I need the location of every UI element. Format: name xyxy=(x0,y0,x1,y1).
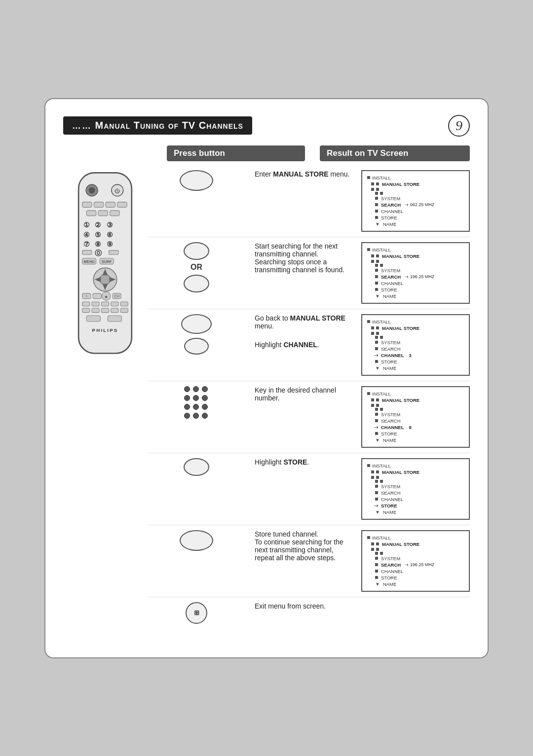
main-content: ⏻ ① ② ③ ④ ⑤ ⑥ ⑦ ⑧ ⑨ xyxy=(63,165,470,642)
step-3-result: INSTALL MANUAL STORE SYSTEM SEARCH ⇢CHAN… xyxy=(361,314,470,376)
manual-page: …… Manual Tuning of TV Channels 9 Press … xyxy=(44,98,489,658)
svg-text:PHILIPS: PHILIPS xyxy=(92,327,118,333)
ok-confirm-oval[interactable] xyxy=(180,530,213,551)
tv-screen-3: INSTALL MANUAL STORE SYSTEM SEARCH ⇢CHAN… xyxy=(361,314,470,376)
page-number: 9 xyxy=(448,115,470,137)
keypad-button[interactable] xyxy=(184,386,209,420)
svg-rect-42 xyxy=(92,302,99,306)
svg-text:⑥: ⑥ xyxy=(107,230,113,238)
svg-rect-41 xyxy=(82,302,90,306)
svg-text:MENU: MENU xyxy=(84,259,95,264)
or-label: OR xyxy=(190,263,202,272)
step-1: Enter MANUAL STORE menu. INSTALL MANUAL … xyxy=(147,165,470,237)
svg-text:⏻: ⏻ xyxy=(114,188,120,194)
svg-rect-6 xyxy=(94,202,103,207)
svg-text:SURF: SURF xyxy=(102,259,112,264)
svg-rect-44 xyxy=(111,302,118,306)
svg-text:④: ④ xyxy=(83,230,90,238)
step-1-description: Enter MANUAL STORE menu. xyxy=(251,170,356,178)
column-headers: Press button Result on TV Screen xyxy=(63,145,470,161)
svg-rect-7 xyxy=(106,202,115,207)
step-1-result: INSTALL MANUAL STORE SYSTEM SEARCH⇢ 062.… xyxy=(361,170,470,232)
svg-rect-9 xyxy=(86,210,96,216)
tv-screen-4: INSTALL MANUAL STORE SYSTEM SEARCH ⇢CHAN… xyxy=(361,386,470,448)
step-2: OR Start searching for the next transmit… xyxy=(147,237,470,309)
svg-rect-49 xyxy=(111,308,118,312)
svg-text:③: ③ xyxy=(107,221,113,229)
step-7-description: Exit menu from screen. xyxy=(251,602,356,610)
svg-rect-23 xyxy=(109,250,118,254)
svg-rect-51 xyxy=(86,316,100,322)
step-1-button-area xyxy=(147,170,246,191)
down-nav-oval[interactable] xyxy=(184,458,209,476)
svg-text:⑤: ⑤ xyxy=(95,230,102,238)
tv-screen-1: INSTALL MANUAL STORE SYSTEM SEARCH⇢ 062.… xyxy=(361,170,470,232)
svg-rect-47 xyxy=(92,308,99,312)
step-3-description: Go back to MANUAL STORE menu. Highlight … xyxy=(251,314,356,349)
step-4: Key in the desired channel number. INSTA… xyxy=(147,381,470,453)
step-3-button-area xyxy=(147,314,246,355)
svg-rect-21 xyxy=(82,250,92,254)
svg-rect-43 xyxy=(101,302,109,306)
svg-rect-36 xyxy=(93,293,101,298)
step-4-button-area xyxy=(147,386,246,420)
step-4-description: Key in the desired channel number. xyxy=(251,386,356,402)
remote-column: ⏻ ① ② ③ ④ ⑤ ⑥ ⑦ ⑧ ⑨ xyxy=(63,165,147,642)
tv-screen-5: INSTALL MANUAL STORE SYSTEM SEARCH CHANN… xyxy=(361,458,470,520)
page-header: …… Manual Tuning of TV Channels 9 xyxy=(63,115,470,137)
step-5: Highlight STORE. INSTALL MANUAL STORE SY… xyxy=(147,453,470,525)
press-button-header: Press button xyxy=(167,145,305,161)
svg-rect-10 xyxy=(98,210,108,216)
step-6-result: INSTALL MANUAL STORE SYSTEM SEARCH⇢ 196.… xyxy=(361,530,470,592)
step-5-result: INSTALL MANUAL STORE SYSTEM SEARCH CHANN… xyxy=(361,458,470,520)
step-6-description: Store tuned channel.To continue searchin… xyxy=(251,530,356,562)
svg-text:⑨: ⑨ xyxy=(107,240,113,248)
step-5-description: Highlight STORE. xyxy=(251,458,356,466)
svg-rect-46 xyxy=(82,308,90,312)
svg-text:⑧: ⑧ xyxy=(95,240,102,248)
result-header: Result on TV Screen xyxy=(320,145,470,161)
svg-rect-5 xyxy=(82,202,92,207)
step-5-button-area xyxy=(147,458,246,476)
title-box: …… Manual Tuning of TV Channels xyxy=(63,116,252,135)
svg-rect-50 xyxy=(120,308,128,312)
svg-text:CH: CH xyxy=(114,294,119,298)
svg-text:⑦: ⑦ xyxy=(83,240,90,248)
svg-point-2 xyxy=(89,187,95,193)
exit-icon: ⊞ xyxy=(194,609,199,616)
svg-rect-52 xyxy=(108,316,121,322)
step-7-button-area: ⊞ xyxy=(147,602,246,624)
step-2-button-area: OR xyxy=(147,242,246,292)
step-2-description: Start searching for the next transmittin… xyxy=(251,242,356,274)
up-button-oval[interactable] xyxy=(184,242,209,260)
svg-rect-48 xyxy=(101,308,109,312)
step-6: Store tuned channel.To continue searchin… xyxy=(147,525,470,597)
step-7: ⊞ Exit menu from screen. xyxy=(147,597,470,642)
exit-button[interactable]: ⊞ xyxy=(186,602,207,624)
steps-column: Enter MANUAL STORE menu. INSTALL MANUAL … xyxy=(147,165,470,642)
svg-rect-8 xyxy=(117,202,127,207)
remote-control-image: ⏻ ① ② ③ ④ ⑤ ⑥ ⑦ ⑧ ⑨ xyxy=(71,170,140,372)
page-title: …… Manual Tuning of TV Channels xyxy=(72,120,243,131)
ok-button-oval[interactable] xyxy=(180,170,213,191)
svg-rect-11 xyxy=(110,210,119,216)
svg-text:②: ② xyxy=(95,221,102,229)
down-button-oval[interactable] xyxy=(184,275,209,292)
tv-screen-2: INSTALL MANUAL STORE SYSTEM SEARCH⇢ 196.… xyxy=(361,242,470,304)
step-3: Go back to MANUAL STORE menu. Highlight … xyxy=(147,309,470,381)
svg-text:①: ① xyxy=(83,221,90,229)
tv-screen-6: INSTALL MANUAL STORE SYSTEM SEARCH⇢ 196.… xyxy=(361,530,470,592)
svg-text:⓪: ⓪ xyxy=(95,249,102,257)
menu-button-oval[interactable] xyxy=(181,314,212,334)
down-arrow-oval[interactable] xyxy=(184,338,209,355)
svg-text:★: ★ xyxy=(104,294,108,299)
step-6-button-area xyxy=(147,530,246,551)
step-2-result: INSTALL MANUAL STORE SYSTEM SEARCH⇢ 196.… xyxy=(361,242,470,304)
svg-rect-45 xyxy=(120,302,128,306)
svg-point-29 xyxy=(100,274,111,285)
svg-text:+: + xyxy=(85,294,88,298)
step-4-result: INSTALL MANUAL STORE SYSTEM SEARCH ⇢CHAN… xyxy=(361,386,470,448)
